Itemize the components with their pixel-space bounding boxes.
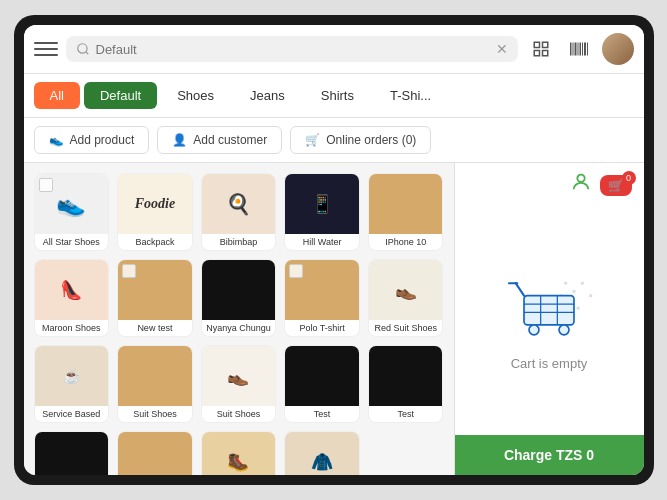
search-box: ✕ (66, 36, 518, 62)
product-name: New test (118, 320, 192, 336)
search-input[interactable] (96, 42, 490, 57)
product-image: 📱 (285, 174, 359, 234)
svg-point-0 (77, 44, 86, 53)
tab-jeans[interactable]: Jeans (234, 82, 301, 109)
product-image: 👞 (202, 346, 276, 406)
product-image (35, 432, 109, 475)
svg-point-27 (529, 324, 539, 334)
tab-shoes[interactable]: Shoes (161, 82, 230, 109)
products-section: 👟 All Star Shoes Foodie Backpack 🍳 Bibim… (24, 163, 454, 475)
hamburger-icon[interactable] (34, 37, 58, 61)
product-image: 🧥 (285, 432, 359, 475)
product-card[interactable]: Suit Shoes (117, 345, 193, 423)
product-card[interactable]: Test (34, 431, 110, 475)
product-name: Maroon Shoes (35, 320, 109, 336)
cart-badge[interactable]: 🛒 0 (600, 175, 632, 196)
product-image (285, 346, 359, 406)
product-name: All Star Shoes (35, 234, 109, 250)
product-name: Test (285, 406, 359, 422)
grid-view-icon[interactable] (526, 34, 556, 64)
customer-icon: 👤 (172, 133, 187, 147)
avatar[interactable] (602, 33, 634, 65)
svg-point-15 (564, 281, 567, 284)
product-card[interactable]: ☕ Service Based (34, 345, 110, 423)
product-card[interactable]: 🥾 Timberland Boo... (201, 431, 277, 475)
svg-rect-2 (534, 42, 539, 47)
person-icon (570, 171, 592, 199)
product-image: 👞 (369, 260, 443, 320)
product-card[interactable]: Nyanya Chungu (201, 259, 277, 337)
product-image: 👠 (35, 260, 109, 320)
top-bar: ✕ (24, 25, 644, 74)
svg-point-16 (572, 289, 575, 292)
product-card[interactable]: Test (284, 345, 360, 423)
svg-rect-5 (542, 51, 547, 56)
product-name: Red Suit Shoes (369, 320, 443, 336)
svg-rect-22 (524, 295, 574, 324)
product-name: Suit Shoes (118, 406, 192, 422)
tab-all[interactable]: All (34, 82, 80, 109)
svg-rect-7 (572, 43, 573, 56)
product-card[interactable]: 👠 Maroon Shoes (34, 259, 110, 337)
add-customer-label: Add customer (193, 133, 267, 147)
cart-illustration (499, 264, 599, 344)
product-card[interactable]: IPhone 10 (368, 173, 444, 251)
product-card[interactable]: 📱 Hill Water (284, 173, 360, 251)
svg-point-19 (589, 294, 592, 297)
product-card[interactable]: Foodie Backpack (117, 173, 193, 251)
product-image (369, 346, 443, 406)
search-icon (76, 42, 90, 56)
product-image: 🥾 (202, 432, 276, 475)
product-name: Hill Water (285, 234, 359, 250)
clear-icon[interactable]: ✕ (496, 41, 508, 57)
add-product-button[interactable]: 👟 Add product (34, 126, 150, 154)
add-customer-button[interactable]: 👤 Add customer (157, 126, 282, 154)
svg-rect-4 (534, 51, 539, 56)
tab-default[interactable]: Default (84, 82, 157, 109)
product-card[interactable]: Polo T-shirt (284, 259, 360, 337)
add-product-label: Add product (70, 133, 135, 147)
online-orders-label: Online orders (0) (326, 133, 416, 147)
product-card[interactable]: 👞 Suit Shoes (201, 345, 277, 423)
tab-shirts[interactable]: Shirts (305, 82, 370, 109)
product-image (118, 260, 192, 320)
product-card[interactable]: 👞 Red Suit Shoes (368, 259, 444, 337)
svg-rect-3 (542, 42, 547, 47)
product-image (118, 432, 192, 475)
category-tabs: All Default Shoes Jeans Shirts T-Shi... (24, 74, 644, 118)
action-bar: 👟 Add product 👤 Add customer 🛒 Online or… (24, 118, 644, 163)
product-card[interactable]: 👟 All Star Shoes (34, 173, 110, 251)
tab-tshirts[interactable]: T-Shi... (374, 82, 447, 109)
screen: ✕ All Default Shoes Jean (24, 25, 644, 475)
svg-point-28 (559, 324, 569, 334)
svg-rect-11 (582, 43, 583, 56)
barcode-icon[interactable] (564, 34, 594, 64)
svg-rect-12 (584, 43, 586, 56)
svg-rect-9 (577, 43, 578, 56)
product-name: Nyanya Chungu (202, 320, 276, 336)
product-card[interactable]: 🧥 Woman Coat (284, 431, 360, 475)
product-name: Backpack (118, 234, 192, 250)
product-image: ☕ (35, 346, 109, 406)
product-card[interactable]: Test (368, 345, 444, 423)
online-orders-button[interactable]: 🛒 Online orders (0) (290, 126, 431, 154)
product-card[interactable]: Test test (117, 431, 193, 475)
cart-section: 🛒 0 (454, 163, 644, 475)
product-name: Test (369, 406, 443, 422)
top-bar-actions (526, 33, 634, 65)
svg-rect-8 (574, 43, 576, 56)
product-name: Bibimbap (202, 234, 276, 250)
svg-rect-6 (570, 43, 572, 56)
product-name: Service Based (35, 406, 109, 422)
product-name: IPhone 10 (369, 234, 443, 250)
product-image (202, 260, 276, 320)
cart-top-icons: 🛒 0 (558, 163, 644, 199)
charge-button[interactable]: Charge TZS 0 (455, 435, 644, 475)
svg-point-21 (577, 306, 580, 309)
product-image (369, 174, 443, 234)
orders-icon: 🛒 (305, 133, 320, 147)
product-card[interactable]: New test (117, 259, 193, 337)
cart-body: Cart is empty (499, 199, 599, 435)
product-image (285, 260, 359, 320)
product-card[interactable]: 🍳 Bibimbap (201, 173, 277, 251)
